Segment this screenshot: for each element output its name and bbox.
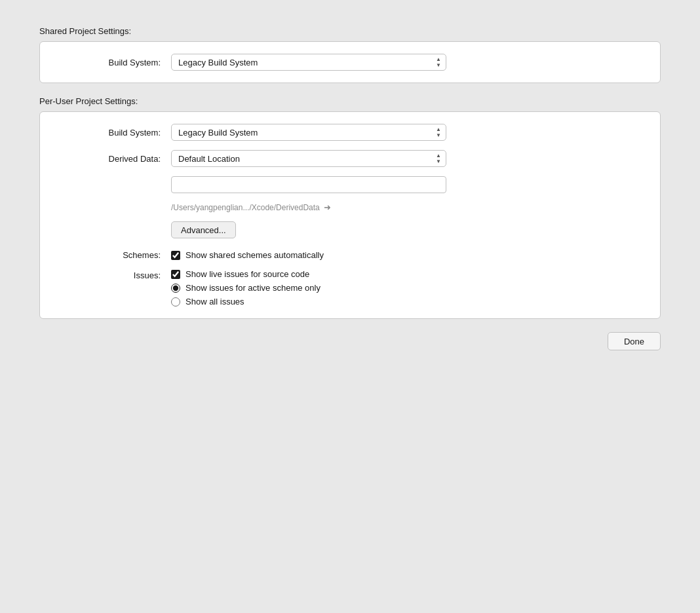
per-user-build-system-label: Build System: [56,128,161,138]
derived-data-path-text: /Users/yangpenglian.../Xcode/DerivedData [171,203,320,212]
per-user-build-system-row: Build System: Legacy Build System New Bu… [56,124,644,141]
derived-data-select-wrapper: Default Location Relative Custom ▲ ▼ [171,150,446,167]
shared-build-system-select-wrapper: Legacy Build System New Build System (De… [171,54,446,71]
path-arrow-icon[interactable]: ➜ [324,202,331,212]
shared-settings-box: Build System: Legacy Build System New Bu… [39,41,661,83]
derived-data-input-row [56,176,644,193]
path-row: /Users/yangpenglian.../Xcode/DerivedData… [56,202,644,212]
derived-data-row: Derived Data: Default Location Relative … [56,150,644,167]
show-issues-active-label[interactable]: Show issues for active scheme only [185,283,321,293]
derived-data-label: Derived Data: [56,154,161,164]
shared-section-title: Shared Project Settings: [39,26,661,36]
show-all-issues-label[interactable]: Show all issues [185,297,244,306]
issues-active-radio-row: Show issues for active scheme only [171,283,321,293]
shared-build-system-label: Build System: [56,58,161,67]
show-live-issues-checkbox[interactable] [171,270,180,279]
show-shared-schemes-checkbox[interactable] [171,251,180,260]
done-row: Done [39,332,661,350]
advanced-row: Advanced... [56,221,644,238]
issues-row: Issues: Show live issues for source code… [56,269,644,306]
per-user-section-title: Per-User Project Settings: [39,96,661,106]
schemes-label: Schemes: [56,250,161,260]
derived-data-select[interactable]: Default Location Relative Custom [171,150,446,167]
per-user-build-system-select[interactable]: Legacy Build System New Build System (De… [171,124,446,141]
show-issues-active-radio[interactable] [171,284,180,293]
page-container: Shared Project Settings: Build System: L… [39,26,661,350]
issues-column: Show live issues for source code Show is… [171,269,321,306]
show-shared-schemes-label[interactable]: Show shared schemes automatically [185,250,324,260]
shared-build-system-row: Build System: Legacy Build System New Bu… [56,54,644,71]
per-user-settings-box: Build System: Legacy Build System New Bu… [39,111,661,319]
derived-data-path-input[interactable] [171,176,446,193]
issues-all-radio-row: Show all issues [171,297,321,306]
schemes-row: Schemes: Show shared schemes automatical… [56,250,644,260]
show-live-issues-label[interactable]: Show live issues for source code [185,269,309,279]
advanced-button[interactable]: Advanced... [171,221,236,238]
show-all-issues-radio[interactable] [171,297,180,306]
per-user-build-system-select-wrapper: Legacy Build System New Build System (De… [171,124,446,141]
done-button[interactable]: Done [608,332,661,350]
shared-build-system-select[interactable]: Legacy Build System New Build System (De… [171,54,446,71]
schemes-checkbox-row: Show shared schemes automatically [171,250,324,260]
live-issues-checkbox-row: Show live issues for source code [171,269,321,279]
issues-label: Issues: [56,269,161,280]
